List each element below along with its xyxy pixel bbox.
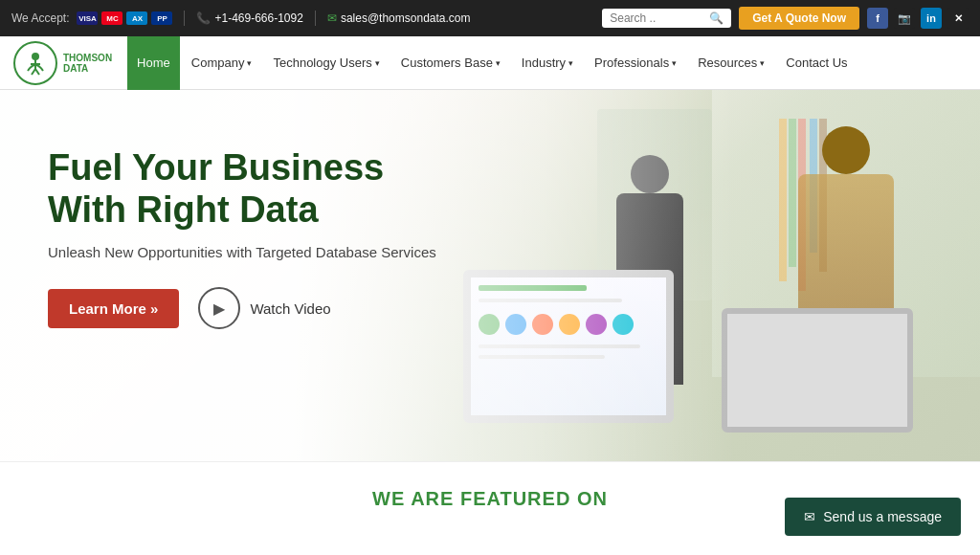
- play-icon: ▶: [198, 287, 240, 329]
- top-bar-left: We Accept: VISA MC AX PP 📞 +1-469-666-10…: [11, 11, 592, 26]
- chevron-down-icon6: ▾: [760, 58, 765, 68]
- nav-industry-label: Industry: [522, 56, 566, 70]
- nav-company-label: Company: [191, 56, 245, 70]
- chevron-down-icon4: ▾: [568, 58, 573, 68]
- svg-line-4: [35, 69, 39, 75]
- mastercard-icon: MC: [101, 11, 122, 25]
- svg-point-0: [32, 53, 39, 60]
- nav-items: Home Company ▾ Technology Users ▾ Custom…: [127, 36, 858, 90]
- facebook-icon[interactable]: f: [867, 8, 888, 29]
- hero-buttons: Learn More » ▶ Watch Video: [48, 287, 436, 329]
- nav-item-resources[interactable]: Resources ▾: [688, 36, 774, 90]
- chevron-down-icon2: ▾: [375, 58, 380, 68]
- logo-circle: [13, 41, 57, 85]
- nav-item-company[interactable]: Company ▾: [182, 36, 262, 90]
- email-icon: ✉: [327, 11, 337, 25]
- top-bar: We Accept: VISA MC AX PP 📞 +1-469-666-10…: [0, 0, 980, 36]
- hero-title-line2: With Right Data: [48, 189, 319, 230]
- amex-icon: AX: [126, 11, 147, 25]
- x-icon[interactable]: ✕: [947, 8, 969, 29]
- quote-button[interactable]: Get A Quote Now: [739, 7, 859, 30]
- nav-item-professionals[interactable]: Professionals ▾: [585, 36, 686, 90]
- divider: [184, 11, 185, 26]
- hero-title-line1: Fuel Your Business: [48, 147, 384, 188]
- hero-section: Fuel Your Business With Right Data Unlea…: [0, 90, 980, 461]
- logo[interactable]: THOMSONDATA: [13, 41, 112, 85]
- learn-more-button[interactable]: Learn More »: [48, 289, 179, 328]
- top-bar-right: 🔍 Get A Quote Now f 📷 in ✕: [602, 7, 969, 30]
- payment-icons: VISA MC AX PP: [77, 11, 172, 25]
- accept-label: We Accept:: [11, 11, 69, 25]
- twitter-icon[interactable]: 📷: [894, 8, 915, 29]
- search-input[interactable]: [610, 11, 705, 25]
- divider2: [315, 11, 316, 26]
- nav-home-label: Home: [137, 56, 170, 70]
- hero-subtitle: Unleash New Opportunities with Targeted …: [48, 244, 436, 260]
- email-info: ✉ sales@thomsondata.com: [327, 11, 471, 25]
- nav-item-home[interactable]: Home: [127, 36, 180, 90]
- logo-text: THOMSONDATA: [63, 53, 112, 74]
- chevron-down-icon3: ▾: [496, 58, 501, 68]
- message-icon: ✉: [804, 509, 815, 524]
- email-address: sales@thomsondata.com: [341, 11, 471, 25]
- phone-number: +1-469-666-1092: [214, 11, 302, 25]
- nav-item-technology-users[interactable]: Technology Users ▾: [263, 36, 389, 90]
- search-box[interactable]: 🔍: [602, 9, 731, 28]
- nav-resources-label: Resources: [698, 56, 757, 70]
- search-icon: 🔍: [709, 11, 724, 25]
- chevron-down-icon5: ▾: [672, 58, 677, 68]
- nav-item-industry[interactable]: Industry ▾: [512, 36, 583, 90]
- linkedin-icon[interactable]: in: [921, 8, 942, 29]
- nav-item-contact-us[interactable]: Contact Us: [776, 36, 857, 90]
- hero-title: Fuel Your Business With Right Data: [48, 147, 436, 231]
- navbar: THOMSONDATA Home Company ▾ Technology Us…: [0, 36, 980, 90]
- phone-icon: 📞: [196, 11, 211, 25]
- featured-title: WE ARE FEATURED ON: [372, 488, 608, 510]
- logo-figure-icon: [22, 50, 49, 77]
- visa-icon: VISA: [77, 11, 98, 25]
- send-message-button[interactable]: ✉ Send us a message: [785, 498, 961, 536]
- chevron-down-icon: ▾: [247, 58, 252, 68]
- social-icons: f 📷 in ✕: [867, 8, 969, 29]
- nav-customers-label: Customers Base: [401, 56, 493, 70]
- watch-video-label: Watch Video: [250, 300, 330, 317]
- hero-content: Fuel Your Business With Right Data Unlea…: [0, 90, 484, 387]
- nav-tech-label: Technology Users: [273, 56, 371, 70]
- nav-contact-label: Contact Us: [786, 56, 847, 70]
- nav-item-customers-base[interactable]: Customers Base ▾: [391, 36, 510, 90]
- phone-info: 📞 +1-469-666-1092: [196, 11, 302, 25]
- send-message-label: Send us a message: [823, 509, 942, 524]
- paypal-icon: PP: [151, 11, 172, 25]
- watch-video-button[interactable]: ▶ Watch Video: [198, 287, 330, 329]
- nav-professionals-label: Professionals: [594, 56, 669, 70]
